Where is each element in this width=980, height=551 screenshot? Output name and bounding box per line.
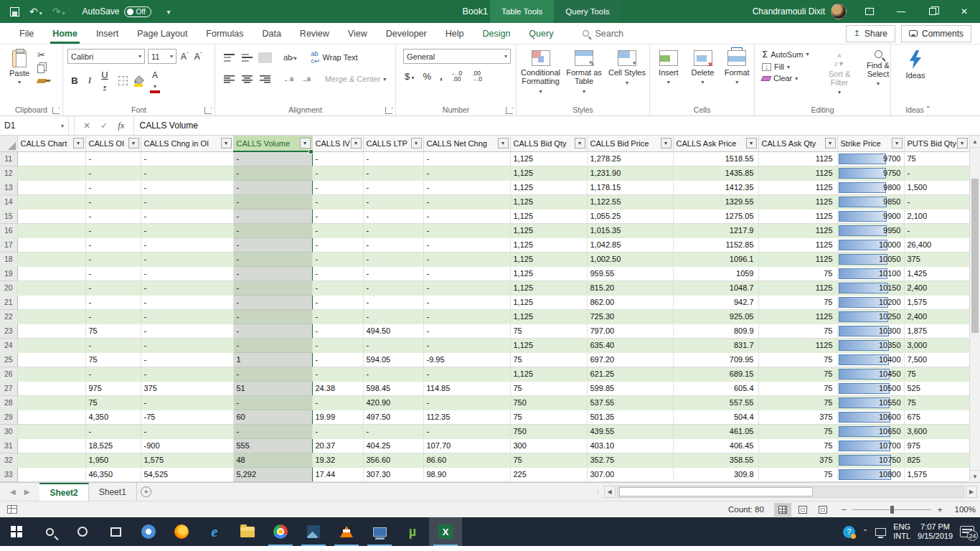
confirm-entry-icon[interactable]: ✓ — [100, 121, 108, 131]
cell[interactable]: - — [312, 309, 363, 324]
avatar[interactable] — [831, 4, 847, 19]
cell[interactable]: - — [141, 209, 233, 223]
cell[interactable]: - — [312, 266, 363, 281]
cell[interactable] — [17, 252, 85, 266]
cell[interactable] — [17, 237, 85, 252]
font-color-button[interactable]: A — [151, 70, 159, 90]
cell[interactable]: 10700 — [837, 438, 904, 453]
cell[interactable]: - — [312, 223, 363, 237]
cell[interactable] — [17, 324, 85, 338]
column-header-calls-oi[interactable]: CALLS OI — [85, 136, 141, 151]
cell[interactable] — [17, 395, 85, 410]
tab-formulas[interactable]: Formulas — [197, 23, 253, 44]
cell[interactable]: 1125 — [758, 166, 837, 180]
cell[interactable]: 75 — [758, 266, 837, 281]
cell[interactable]: - — [233, 324, 312, 338]
cell[interactable]: - — [233, 223, 312, 237]
cell[interactable]: 10400 — [837, 352, 904, 367]
column-header-calls-ask-price[interactable]: CALLS Ask Price — [673, 136, 758, 151]
cell[interactable]: 75 — [758, 381, 837, 395]
cell[interactable]: 75 — [510, 381, 587, 395]
cell[interactable] — [17, 281, 85, 295]
cell[interactable]: 555 — [233, 438, 312, 453]
cell[interactable]: 1 — [233, 352, 312, 367]
cell[interactable] — [17, 295, 85, 309]
cell[interactable]: 9700 — [837, 151, 904, 166]
cell[interactable] — [17, 194, 85, 209]
cell[interactable]: - — [423, 424, 510, 438]
tab-help[interactable]: Help — [436, 23, 473, 44]
cell[interactable] — [17, 381, 85, 395]
cell[interactable]: - — [85, 252, 141, 266]
cell[interactable]: 375 — [758, 410, 837, 424]
scroll-down-icon[interactable]: ▼ — [970, 470, 980, 482]
cell[interactable]: 10250 — [837, 309, 904, 324]
tab-view[interactable]: View — [339, 23, 377, 44]
zoom-slider[interactable] — [852, 509, 931, 510]
cell[interactable]: - — [233, 338, 312, 352]
column-header-calls-chng-in-oi[interactable]: CALLS Chng in OI — [141, 136, 233, 151]
cell[interactable] — [17, 410, 85, 424]
cell[interactable]: - — [141, 367, 233, 381]
cell[interactable] — [17, 438, 85, 453]
filter-dropdown-icon[interactable] — [221, 138, 232, 149]
cell[interactable]: 1518.55 — [673, 151, 758, 166]
cell[interactable]: 7,500 — [904, 352, 969, 367]
filter-dropdown-icon[interactable] — [128, 138, 139, 149]
cell[interactable]: 675 — [904, 410, 969, 424]
filter-dropdown-icon[interactable] — [411, 138, 422, 149]
cell[interactable]: - — [363, 209, 423, 223]
cell[interactable]: - — [141, 151, 233, 166]
name-box[interactable]: D1▾ — [0, 116, 69, 135]
cell[interactable]: 10300 — [837, 324, 904, 338]
cell[interactable]: - — [85, 209, 141, 223]
cell[interactable]: 420.90 — [363, 395, 423, 410]
cell[interactable]: - — [363, 338, 423, 352]
cell[interactable]: 1,178.15 — [587, 180, 673, 194]
percent-style-button[interactable]: % — [423, 71, 431, 82]
conditional-formatting-button[interactable]: Conditional Formatting — [521, 50, 560, 104]
cell[interactable]: 1,042.85 — [587, 237, 673, 252]
cell[interactable]: 1,015.35 — [587, 223, 673, 237]
cell[interactable]: - — [85, 223, 141, 237]
row-header[interactable]: 29 — [0, 410, 17, 424]
cell[interactable]: 10450 — [837, 367, 904, 381]
chrome-icon[interactable] — [264, 517, 297, 546]
row-header[interactable]: 17 — [0, 237, 17, 252]
cell[interactable]: 825 — [904, 453, 969, 467]
file-explorer-icon[interactable] — [231, 517, 264, 546]
cell[interactable]: 75 — [510, 352, 587, 367]
cell[interactable]: - — [141, 281, 233, 295]
cell[interactable]: - — [363, 266, 423, 281]
row-header[interactable]: 20 — [0, 281, 17, 295]
cell[interactable]: - — [85, 281, 141, 295]
cell[interactable]: 75 — [758, 295, 837, 309]
cell[interactable]: - — [423, 367, 510, 381]
borders-button[interactable] — [118, 76, 128, 85]
cell[interactable]: 300 — [510, 438, 587, 453]
excel-icon[interactable]: X — [429, 517, 462, 546]
close-button[interactable]: ✕ — [948, 0, 980, 23]
cell[interactable]: - — [363, 180, 423, 194]
ribbon-display-options-button[interactable] — [854, 0, 885, 23]
row-header[interactable]: 27 — [0, 381, 17, 395]
cell[interactable]: - — [233, 295, 312, 309]
cell[interactable]: 75 — [510, 324, 587, 338]
tab-home[interactable]: Home — [43, 23, 87, 44]
cell[interactable]: - — [423, 338, 510, 352]
cell[interactable]: 3,600 — [904, 424, 969, 438]
filter-dropdown-icon[interactable] — [825, 138, 836, 149]
quick-access-dropdown[interactable]: ▾ — [167, 8, 171, 16]
number-format-select[interactable]: General▾ — [403, 49, 511, 64]
cell[interactable]: 75 — [510, 410, 587, 424]
underline-button[interactable]: U — [100, 70, 109, 91]
italic-button[interactable]: I — [85, 75, 94, 86]
collapse-ribbon-icon[interactable]: ⌃ — [925, 105, 931, 113]
cell[interactable] — [17, 424, 85, 438]
cell[interactable]: - — [312, 367, 363, 381]
cell[interactable]: 942.7 — [673, 295, 758, 309]
normal-view-button[interactable] — [774, 503, 791, 517]
cell[interactable]: - — [233, 209, 312, 223]
cell[interactable]: - — [233, 151, 312, 166]
cell[interactable]: 9800 — [837, 180, 904, 194]
